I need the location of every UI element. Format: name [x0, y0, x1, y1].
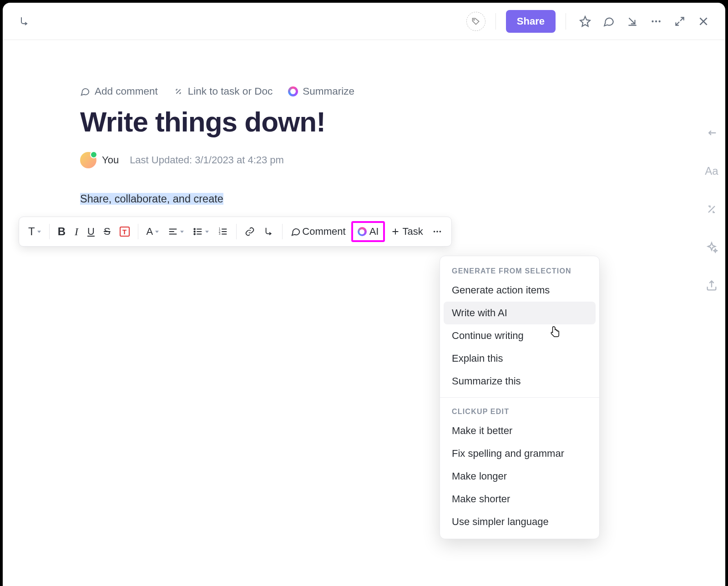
menu-item-make-it-better[interactable]: Make it better	[440, 419, 599, 442]
task-button[interactable]: Task	[387, 223, 426, 240]
swap-icon[interactable]	[704, 202, 719, 217]
menu-item-write-with-ai[interactable]: Write with AI	[444, 302, 596, 324]
share-button[interactable]: Share	[506, 10, 556, 33]
more-formatting-icon[interactable]	[429, 224, 446, 239]
menu-section-header: CLICKUP EDIT	[440, 402, 599, 419]
bullet-list-dropdown[interactable]	[189, 224, 212, 239]
top-bar: Share	[3, 3, 725, 40]
author-name: You	[102, 154, 119, 166]
expand-icon[interactable]	[671, 12, 689, 30]
menu-item-explain-this[interactable]: Explain this	[440, 347, 599, 370]
link-task-label: Link to task or Doc	[188, 86, 273, 97]
divider	[495, 13, 496, 30]
comment-button[interactable]: Comment	[287, 223, 349, 240]
doc-body[interactable]: Share, collaborate, and create	[80, 193, 648, 205]
svg-point-4	[194, 228, 196, 230]
ai-icon	[288, 86, 298, 96]
avatar[interactable]	[80, 152, 96, 168]
text-style-dropdown[interactable]: T	[25, 222, 45, 241]
favorite-icon[interactable]	[576, 12, 594, 30]
link-task-action[interactable]: Link to task or Doc	[173, 86, 273, 97]
menu-item-use-simpler-language[interactable]: Use simpler language	[440, 510, 599, 533]
underline-button[interactable]: U	[84, 223, 98, 240]
ai-dropdown-menu: GENERATE FROM SELECTION Generate action …	[440, 256, 600, 539]
italic-button[interactable]: I	[71, 223, 82, 241]
add-comment-label: Add comment	[95, 86, 158, 97]
selected-text[interactable]: Share, collaborate, and create	[80, 193, 223, 205]
close-icon[interactable]	[694, 12, 713, 30]
right-rail: Aa	[704, 126, 719, 293]
task-label: Task	[402, 226, 423, 237]
svg-point-10	[433, 231, 435, 232]
strikethrough-button[interactable]: S	[100, 223, 114, 240]
menu-divider	[440, 397, 599, 398]
bold-button[interactable]: B	[54, 222, 69, 241]
author-row: You Last Updated: 3/1/2023 at 4:23 pm	[80, 152, 648, 168]
svg-point-3	[658, 20, 660, 22]
svg-point-2	[655, 20, 657, 22]
indent-icon[interactable]	[704, 126, 719, 140]
svg-point-12	[439, 231, 441, 232]
more-options-icon[interactable]	[647, 12, 665, 30]
add-tag-button[interactable]	[466, 12, 485, 31]
menu-item-summarize-this[interactable]: Summarize this	[440, 370, 599, 393]
svg-point-1	[652, 20, 653, 22]
comment-label: Comment	[302, 226, 345, 237]
svg-point-5	[194, 231, 196, 232]
divider	[49, 224, 50, 239]
divider	[566, 13, 566, 30]
svg-point-11	[436, 231, 438, 232]
text-color-button[interactable]: T	[116, 224, 133, 239]
divider	[138, 224, 138, 239]
sparkle-icon[interactable]	[704, 240, 719, 255]
add-comment-action[interactable]: Add comment	[80, 86, 158, 97]
menu-item-continue-writing[interactable]: Continue writing	[440, 324, 599, 347]
link-button[interactable]	[241, 224, 258, 239]
subtask-icon[interactable]	[15, 12, 34, 30]
font-settings-icon[interactable]: Aa	[704, 164, 719, 178]
align-dropdown[interactable]	[164, 224, 187, 239]
subtask-button[interactable]	[260, 224, 278, 239]
doc-actions-row: Add comment Link to task or Doc Summariz…	[80, 86, 648, 97]
menu-item-generate-action-items[interactable]: Generate action items	[440, 279, 599, 302]
divider	[236, 224, 237, 239]
doc-title[interactable]: Write things down!	[80, 106, 648, 137]
divider	[282, 224, 283, 239]
numbered-list-button[interactable]: 123	[214, 224, 232, 239]
font-dropdown[interactable]: A	[143, 223, 163, 240]
ai-label: AI	[369, 226, 379, 237]
share-export-icon[interactable]	[704, 278, 719, 293]
svg-text:3: 3	[219, 232, 221, 235]
download-icon[interactable]	[623, 12, 642, 30]
svg-point-0	[474, 19, 475, 20]
menu-section-header: GENERATE FROM SELECTION	[440, 262, 599, 279]
format-toolbar: T B I U S T A 123 Comment	[19, 217, 452, 247]
last-updated: Last Updated: 3/1/2023 at 4:23 pm	[130, 154, 284, 166]
summarize-label: Summarize	[303, 86, 354, 97]
menu-item-make-longer[interactable]: Make longer	[440, 465, 599, 488]
svg-point-6	[194, 233, 196, 235]
menu-item-make-shorter[interactable]: Make shorter	[440, 488, 599, 510]
menu-item-fix-spelling[interactable]: Fix spelling and grammar	[440, 442, 599, 465]
ai-icon	[358, 227, 367, 236]
comment-icon[interactable]	[600, 12, 618, 30]
summarize-action[interactable]: Summarize	[288, 86, 354, 97]
ai-button[interactable]: AI	[351, 221, 385, 242]
